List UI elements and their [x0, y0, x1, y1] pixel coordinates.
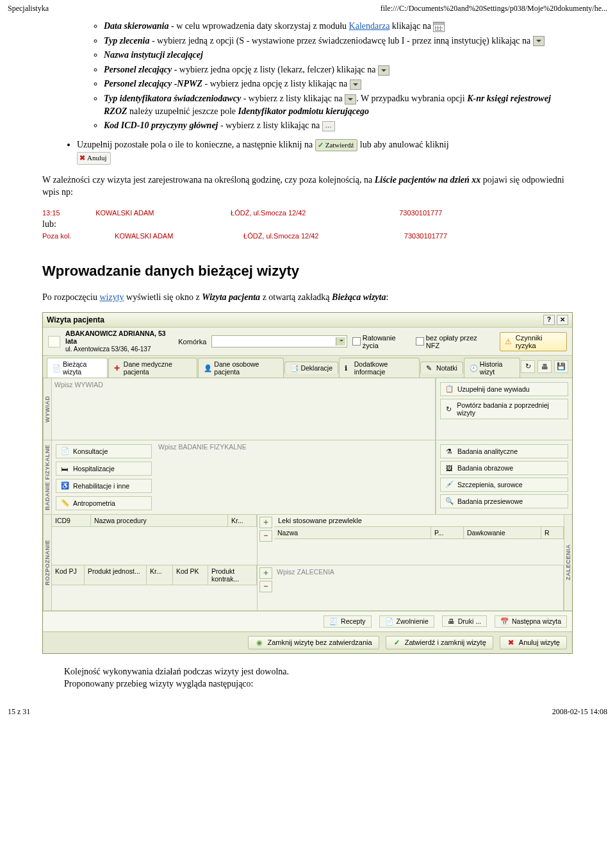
- leki-title: Leki stosowane przewlekle: [274, 515, 564, 527]
- remove-row-button[interactable]: －: [259, 581, 272, 592]
- bullet-uzupelnij: Uzupełnij pozostałe pola o ile to koniec…: [77, 138, 573, 165]
- col-prodk[interactable]: Produkt kontrak...: [208, 565, 257, 585]
- bullet-nazwa: Nazwa instytucji zlecającej: [104, 49, 573, 62]
- footer-page: 15 z 31: [8, 707, 30, 717]
- print-icon: 🖶: [448, 617, 455, 625]
- btn-recepty[interactable]: 🧾Recepty: [324, 615, 372, 628]
- app-window: Wizyta pacjenta ? ✕ ABAKANOWICZ ADRIANNA…: [42, 312, 573, 653]
- col-icd9[interactable]: ICD9: [52, 515, 91, 527]
- anuluj-button[interactable]: Anuluj: [77, 152, 111, 164]
- hdr-left: Specjalistyka: [8, 4, 49, 13]
- toolbar-print-icon[interactable]: 🖶: [537, 360, 552, 373]
- tab-dodatkowe[interactable]: ℹDodatkowe informacje: [339, 358, 420, 378]
- table-row: Poza kol.KOWALSKI ADAMŁÓDŹ, ul.Smocza 12…: [42, 231, 504, 241]
- table-row: 13:15KOWALSKI ADAMŁÓDŹ, ul.Smocza 12/427…: [42, 208, 504, 218]
- close-button[interactable]: ✕: [557, 315, 568, 325]
- bullet-personel-npwz: Personel zlecający -NPWZ - wybierz jedna…: [104, 78, 573, 90]
- section-label-badanie: BADANIE FIZYKALNE: [43, 440, 52, 514]
- doc-icon: 📄: [60, 447, 69, 456]
- dropdown-icon[interactable]: [533, 36, 545, 46]
- syringe-icon: 💉: [445, 480, 454, 489]
- bullet-typ-zlecenia: Typ zlecenia - wybierz jedną z opcji (S …: [104, 35, 573, 47]
- btn-bad-przesiewowe[interactable]: 🔍Badania przesiewowe: [440, 494, 568, 508]
- col-kodpj[interactable]: Kod PJ: [52, 565, 85, 585]
- toolbar-save-icon[interactable]: 💾: [554, 360, 568, 373]
- ratowanie-checkbox[interactable]: Ratowanie życia: [352, 334, 411, 349]
- stop-icon: [255, 638, 263, 647]
- remove-row-button[interactable]: －: [259, 530, 272, 542]
- tab-dane-medyczne[interactable]: ✚Dane medyczne pacjenta: [108, 358, 197, 378]
- link-kalendarza[interactable]: Kalendarza: [349, 21, 390, 31]
- col-kodpk[interactable]: Kod PK: [173, 565, 208, 585]
- btn-anuluj-wizyte[interactable]: Anuluj wizytę: [500, 636, 567, 649]
- section-heading: Wprowadzanie danych bieżącej wizyty: [42, 263, 573, 280]
- col-leki-r[interactable]: R: [541, 527, 564, 539]
- tab-dane-osobowe[interactable]: 👤Dane osobowe pacjenta: [198, 358, 284, 378]
- btn-rehabilitacje[interactable]: ♿Rehabilitacje i inne: [56, 479, 152, 493]
- image-icon: 🖼: [445, 463, 454, 472]
- tab-icon: 🕘: [470, 364, 477, 372]
- zatwierdz-button[interactable]: Zatwierdź: [315, 139, 358, 151]
- add-row-button[interactable]: ＋: [259, 517, 272, 528]
- help-button[interactable]: ?: [543, 315, 555, 325]
- tab-notatki[interactable]: ✎Notatki: [420, 362, 463, 374]
- ellipsis-icon[interactable]: …: [322, 121, 335, 131]
- tab-icon: ✎: [426, 364, 434, 372]
- col-nazwa-proc[interactable]: Nazwa procedury: [91, 515, 228, 527]
- add-row-button[interactable]: ＋: [259, 567, 272, 579]
- tab-icon: ✚: [114, 364, 121, 372]
- col-kr2[interactable]: Kr...: [147, 565, 173, 585]
- tab-historia[interactable]: 🕘Historia wizyt: [464, 358, 520, 378]
- col-kr[interactable]: Kr...: [228, 515, 257, 527]
- komorka-label: Komórka: [178, 338, 206, 346]
- refresh-icon: ↻: [445, 405, 453, 413]
- dropdown-icon[interactable]: [345, 94, 356, 104]
- calendar-icon: 📅: [500, 617, 509, 626]
- bullet-data-skierowania: Data skierowania - w celu wprowadzenia d…: [104, 20, 573, 33]
- btn-bad-analityczne[interactable]: ⚗Badania analityczne: [440, 444, 568, 458]
- btn-druki[interactable]: 🖶Druki ...: [442, 615, 487, 627]
- calendar-icon[interactable]: [433, 22, 445, 32]
- bezoplaty-checkbox[interactable]: bez opłaty przez NFZ: [416, 334, 489, 349]
- tab-biezaca[interactable]: 📄Bieżąca wizyta: [47, 358, 108, 378]
- col-leki-nazwa[interactable]: Nazwa: [274, 527, 431, 539]
- list-preview-2: Poza kol.KOWALSKI ADAMŁÓDŹ, ul.Smocza 12…: [42, 231, 504, 241]
- patient-name-block: ABAKANOWICZ ADRIANNA, 53 lata ul. Axento…: [65, 330, 173, 352]
- btn-powtorz-badania[interactable]: ↻Powtórz badania z poprzedniej wizyty: [440, 399, 568, 419]
- btn-uzupelnij-wywiad[interactable]: 📋Uzupełnij dane wywiadu: [440, 382, 568, 396]
- section-label-wywiad: WYWIAD: [43, 378, 52, 440]
- btn-antropometria[interactable]: 📏Antropometria: [56, 496, 152, 510]
- btn-zamknij-bez[interactable]: Zamknij wizytę bez zatwierdzania: [248, 636, 379, 649]
- btn-konsultacje[interactable]: 📄Konsultacje: [56, 444, 152, 458]
- input-wywiad[interactable]: Wpisz WYWIAD: [52, 378, 436, 440]
- input-zalecenia[interactable]: Wpisz ZALECENIA: [274, 565, 564, 610]
- zwolnienie-icon: 📄: [385, 617, 393, 626]
- window-title: Wizyta pacjenta: [47, 315, 104, 324]
- tab-deklaracje[interactable]: 📑Deklaracje: [284, 362, 338, 374]
- section-label-rozpoznanie: ROZPOZNANIE: [43, 515, 52, 610]
- toolbar-refresh-icon[interactable]: ↻: [521, 360, 535, 373]
- komorka-combo[interactable]: [211, 335, 347, 347]
- col-prodj[interactable]: Produkt jednost...: [85, 565, 147, 585]
- lub-label: lub:: [42, 219, 573, 230]
- section-label-zalecenia: ZALECENIA: [564, 515, 572, 610]
- list-preview: 13:15KOWALSKI ADAMŁÓDŹ, ul.Smocza 12/427…: [42, 208, 504, 218]
- btn-hospitalizacje[interactable]: 🛏Hospitalizacje: [56, 462, 152, 476]
- btn-szczepienia[interactable]: 💉Szczepienia, surowce: [440, 478, 568, 492]
- col-leki-p[interactable]: P...: [431, 527, 464, 539]
- dropdown-icon[interactable]: [378, 65, 390, 76]
- czynniki-button[interactable]: Czynniki ryzyka: [500, 332, 567, 351]
- flask-icon: ⚗: [445, 447, 454, 456]
- link-wizyty[interactable]: wizyty: [99, 292, 124, 302]
- ruler-icon: 📏: [60, 499, 69, 508]
- col-leki-dawk[interactable]: Dawkowanie: [464, 527, 541, 539]
- btn-nastepna[interactable]: 📅Następna wizyta: [495, 615, 567, 628]
- btn-zwolnienie[interactable]: 📄Zwolnienie: [379, 615, 434, 628]
- input-badanie[interactable]: Wpisz BADANIE FIZYKALNE: [156, 440, 436, 514]
- footer-date: 2008-02-15 14:08: [552, 707, 607, 717]
- btn-zatwierdz-zamknij[interactable]: Zatwierdź i zamknij wizytę: [386, 636, 493, 649]
- patient-icon: [48, 336, 60, 347]
- dropdown-icon[interactable]: [350, 79, 361, 90]
- btn-bad-obrazowe[interactable]: 🖼Badania obrazowe: [440, 461, 568, 475]
- check-icon: [393, 638, 401, 647]
